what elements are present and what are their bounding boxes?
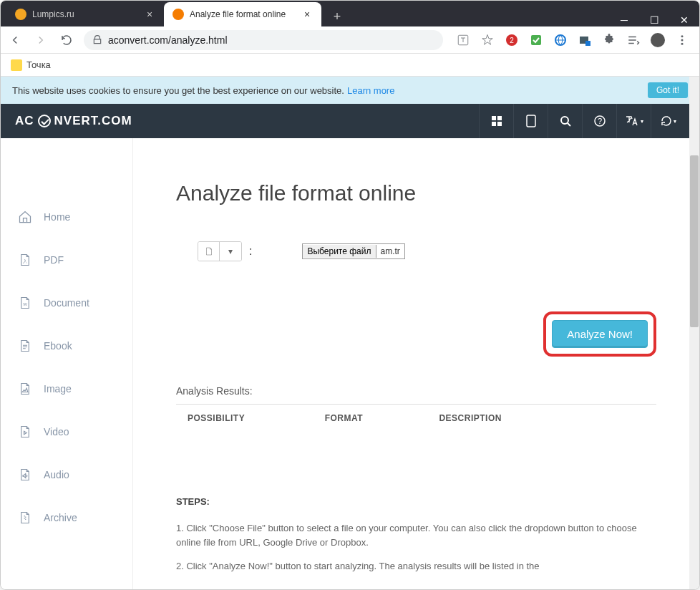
language-icon[interactable]: ▾ (616, 104, 651, 138)
ext3-icon[interactable] (553, 33, 568, 47)
sidebar-item-pdf[interactable]: 入 PDF (1, 238, 132, 281)
results-table: POSSIBILITY FORMAT DESCRIPTION (176, 404, 656, 432)
site-logo[interactable]: AC NVERT.COM (15, 114, 132, 128)
cookie-text: This website uses cookies to ensure you … (12, 85, 344, 96)
sidebar-label: Image (44, 383, 72, 395)
file-source-group: ▾ (198, 241, 242, 261)
image-icon (18, 382, 32, 396)
svg-text:W: W (23, 302, 27, 306)
sidebar-label: Archive (44, 512, 77, 523)
extensions-icon[interactable] (602, 33, 616, 47)
pdf-icon: 入 (18, 253, 32, 267)
sidebar-item-image[interactable]: Image (1, 367, 132, 410)
upload-row: ▾ : Выберите файл am.tr (198, 241, 656, 261)
forward-button[interactable] (32, 32, 49, 49)
tab-title: Lumpics.ru (32, 9, 74, 19)
home-icon (18, 210, 32, 224)
scrollbar-thumb[interactable] (690, 155, 699, 327)
svg-point-8 (681, 35, 684, 37)
archive-icon (18, 511, 32, 525)
sidebar-label: PDF (44, 254, 64, 266)
sidebar-label: Video (44, 426, 69, 437)
window-controls: ─ ☐ ✕ (618, 14, 699, 26)
sidebar-item-audio[interactable]: Audio (1, 453, 132, 496)
new-tab-button[interactable]: + (327, 6, 347, 26)
bookmark-item[interactable]: Точка (26, 59, 51, 70)
sidebar-label: Document (44, 297, 89, 309)
sidebar: Home 入 PDF W Document Ebook Image (1, 138, 133, 589)
ext1-icon[interactable]: 2 (505, 33, 519, 47)
close-button[interactable]: ✕ (678, 14, 691, 26)
video-icon (18, 425, 32, 439)
reload-button[interactable] (58, 32, 75, 49)
highlight-annotation: Analyze Now! (543, 311, 656, 357)
svg-rect-11 (492, 116, 496, 120)
sidebar-item-document[interactable]: W Document (1, 281, 132, 324)
page-title: Analyze file format online (176, 181, 656, 205)
ext4-icon[interactable] (578, 33, 592, 47)
cookie-learn-more-link[interactable]: Learn more (347, 85, 394, 96)
lock-icon (92, 35, 102, 45)
sidebar-label: Audio (44, 469, 69, 480)
close-icon[interactable]: × (301, 9, 313, 20)
colon-label: : (249, 245, 252, 258)
file-input-wrapper: Выберите файл am.tr (302, 243, 404, 259)
menu-icon[interactable] (675, 33, 689, 47)
sidebar-item-video[interactable]: Video (1, 410, 132, 453)
bookmarks-bar: Точка (1, 54, 699, 77)
help-icon[interactable]: ? (582, 104, 616, 138)
svg-point-10 (681, 42, 684, 44)
svg-rect-6 (585, 41, 590, 46)
svg-rect-15 (527, 115, 535, 127)
file-dropdown-button[interactable]: ▾ (220, 242, 241, 261)
chosen-file-name: am.tr (376, 246, 404, 256)
star-icon[interactable] (480, 33, 495, 47)
grid-icon[interactable] (479, 104, 513, 138)
avatar-icon[interactable] (651, 33, 665, 47)
sidebar-label: Ebook (44, 340, 72, 352)
svg-point-16 (561, 117, 568, 124)
refresh-icon[interactable]: ▾ (651, 104, 685, 138)
close-icon[interactable]: × (144, 9, 155, 20)
sidebar-item-archive[interactable]: Archive (1, 496, 132, 539)
svg-text:入: 入 (23, 259, 27, 263)
sidebar-item-ebook[interactable]: Ebook (1, 324, 132, 367)
cookie-accept-button[interactable]: Got it! (648, 82, 688, 98)
maximize-button[interactable]: ☐ (648, 14, 661, 26)
tab-title: Analyze file format online (190, 9, 286, 19)
svg-rect-3 (531, 35, 541, 45)
results-heading: Analysis Results: (176, 385, 656, 397)
analyze-button[interactable]: Analyze Now! (552, 320, 648, 348)
svg-point-9 (681, 39, 684, 41)
url-input[interactable]: aconvert.com/analyze.html (84, 30, 443, 50)
col-possibility: POSSIBILITY (188, 413, 325, 423)
audio-icon (18, 468, 32, 482)
svg-rect-13 (492, 122, 496, 126)
col-description: DESCRIPTION (439, 413, 645, 423)
bookmark-folder-icon (11, 59, 22, 71)
minimize-button[interactable]: ─ (618, 14, 631, 26)
svg-rect-14 (497, 122, 502, 126)
tab-lumpics[interactable]: Lumpics.ru × (6, 2, 164, 26)
url-actions: 2 (452, 33, 694, 47)
cookie-banner: This website uses cookies to ensure you … (1, 77, 699, 104)
step-1: 1. Click "Choose File" button to select … (176, 521, 656, 549)
svg-rect-12 (497, 116, 502, 120)
sidebar-label: Home (44, 211, 70, 223)
tab-analyze[interactable]: Analyze file format online × (164, 2, 321, 26)
search-icon[interactable] (548, 104, 582, 138)
ebook-icon (18, 339, 32, 353)
page-content: This website uses cookies to ensure you … (1, 77, 699, 589)
translate-icon[interactable] (456, 33, 470, 47)
svg-text:2: 2 (510, 37, 514, 44)
back-button[interactable] (6, 32, 24, 49)
address-bar: aconvert.com/analyze.html 2 (1, 26, 699, 54)
mobile-icon[interactable] (513, 104, 548, 138)
url-text: aconvert.com/analyze.html (108, 34, 228, 46)
sidebar-item-home[interactable]: Home (1, 195, 132, 238)
ext2-icon[interactable] (529, 33, 543, 47)
file-icon-button[interactable] (198, 242, 220, 261)
reading-list-icon[interactable] (626, 33, 641, 47)
vertical-scrollbar[interactable] (689, 77, 699, 589)
choose-file-button[interactable]: Выберите файл (303, 245, 376, 258)
